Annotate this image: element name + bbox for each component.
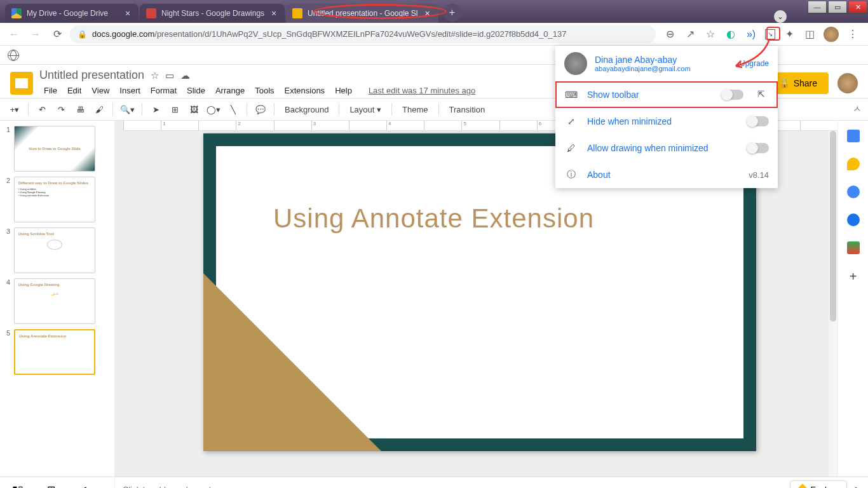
extension-sound-icon[interactable]: ») [745,28,757,41]
slide-thumbnail-2[interactable]: Different way to Draw in Google Slides• … [14,177,95,222]
allow-drawing-row[interactable]: 🖊 Allow drawing when minimized [555,135,778,161]
tab-search-button[interactable]: ⌄ [774,10,787,23]
bookmark-globe-icon[interactable] [8,50,19,61]
document-title[interactable]: Untitled presentation [39,69,144,82]
contacts-icon[interactable] [847,214,860,226]
textbox-button[interactable]: ⊞ [166,101,183,118]
menu-file[interactable]: File [39,83,62,98]
tab-slides[interactable]: Untitled presentation - Google Sl × [286,4,438,23]
window-maximize-button[interactable]: ▭ [828,1,847,13]
tab-close-icon[interactable]: × [423,9,432,18]
window-minimize-button[interactable]: — [808,1,827,13]
slide-thumbnail-4[interactable]: Using Google Drawing🌙☁️ [14,278,95,324]
paint-format-button[interactable]: 🖌 [91,101,107,118]
zoom-icon[interactable]: ⊖ [663,28,676,41]
extension-annotate-icon[interactable]: ↘ [765,29,775,39]
lock-icon: 🔒 [78,30,87,39]
shape-button[interactable]: ◯▾ [205,101,222,118]
speaker-notes-input[interactable]: Click to add speaker notes [114,477,782,488]
side-panel-icon[interactable]: ◫ [803,28,816,41]
menu-arrange[interactable]: Arrange [211,83,249,98]
line-button[interactable]: ╲ [225,101,241,118]
allow-drawing-toggle[interactable] [747,143,769,153]
browser-tab-strip: My Drive - Google Drive × Night Stars - … [0,0,868,23]
show-toolbar-toggle[interactable] [722,90,743,100]
extension-popup: Dina jane Abay-abay abayabaydinajane@gma… [555,46,778,188]
show-side-panel-button[interactable]: > [855,484,860,489]
share-page-icon[interactable]: ↗ [684,28,696,41]
menu-tools[interactable]: Tools [250,83,278,98]
transition-button[interactable]: Transition [444,105,491,114]
slide-thumbnails-panel: 1 How to Draw in Google Slide 2 Differen… [0,121,114,477]
move-folder-icon[interactable]: ▭ [165,70,174,81]
show-toolbar-row[interactable]: ⌨ Show toolbar ⇱ [555,81,778,108]
upgrade-link[interactable]: Upgrade [740,59,769,68]
theme-button[interactable]: Theme [397,105,433,114]
profile-avatar[interactable] [824,27,839,42]
hide-minimized-row[interactable]: ⤢ Hide when minimized [555,108,778,135]
print-button[interactable]: 🖶 [72,101,88,118]
grid-view-button[interactable]: ⊞ [42,484,60,489]
redo-button[interactable]: ↷ [53,101,69,118]
image-button[interactable]: 🖼 [186,101,202,118]
forward-button[interactable]: → [27,25,44,43]
window-close-button[interactable]: ✕ [848,1,867,13]
hide-minimized-toggle[interactable] [747,116,769,126]
add-addon-button[interactable]: + [850,269,857,284]
undo-button[interactable]: ↶ [34,101,50,118]
maps-icon[interactable] [847,241,860,254]
calendar-icon[interactable] [847,130,860,142]
pen-icon: 🖊 [564,141,578,155]
account-avatar[interactable] [837,73,858,93]
vertical-scrollbar[interactable] [829,131,837,477]
background-button[interactable]: Background [280,105,334,114]
filmstrip-view-button[interactable]: ▮▯ [9,484,27,489]
new-tab-button[interactable]: + [444,4,461,22]
browser-toolbar: ← → ⟳ 🔒 docs.google.com/presentation/d/1… [0,23,868,46]
tab-close-icon[interactable]: × [269,9,278,18]
comment-button[interactable]: 💬 [252,101,269,118]
slide-thumbnail-3[interactable]: Using Scribble Tool [14,227,95,273]
back-button[interactable]: ← [5,25,23,43]
collapse-panel-button[interactable]: < [75,484,93,489]
tab-title: Night Stars - Google Drawings [161,9,264,18]
new-slide-button[interactable]: +▾ [6,101,23,118]
menu-slide[interactable]: Slide [182,83,210,98]
explore-button[interactable]: Explore [790,480,847,488]
menu-extensions[interactable]: Extensions [280,83,330,98]
extension-grammarly-icon[interactable]: ◐ [724,28,737,41]
hide-minimized-label: Hide when minimized [587,116,738,126]
tab-drawings[interactable]: Night Stars - Google Drawings × [140,4,285,23]
about-row[interactable]: ⓘ About v8.14 [555,161,778,188]
tasks-icon[interactable] [847,186,860,198]
keep-icon[interactable] [847,158,860,170]
slide-title-text[interactable]: Using Annotate Extension [273,203,594,234]
menu-edit[interactable]: Edit [63,83,86,98]
slide-thumbnail-5[interactable]: Using Annotate Extension [14,329,95,375]
cloud-status-icon[interactable]: ☁ [180,70,190,81]
select-tool-button[interactable]: ➤ [147,101,164,118]
zoom-button[interactable]: 🔍▾ [118,101,137,118]
menu-help[interactable]: Help [330,83,356,98]
star-icon[interactable]: ☆ [151,70,159,81]
thumb-number: 2 [4,177,10,222]
menu-format[interactable]: Format [146,83,181,98]
side-panel-rail: + [837,121,868,477]
minimize-arrows-icon: ⤢ [564,114,578,128]
extensions-puzzle-icon[interactable]: ✦ [783,28,796,41]
reload-button[interactable]: ⟳ [48,25,66,43]
notes-bar: ▮▯ ⊞ < Click to add speaker notes Explor… [0,477,868,488]
popout-icon[interactable]: ⇱ [757,89,769,100]
slides-logo-icon[interactable] [10,72,33,95]
tab-close-icon[interactable]: × [123,9,132,18]
menu-insert[interactable]: Insert [115,83,145,98]
address-bar[interactable]: 🔒 docs.google.com/presentation/d/1UhAwPq… [70,25,656,43]
last-edit-link[interactable]: Last edit was 17 minutes ago [364,83,480,98]
slide-thumbnail-1[interactable]: How to Draw in Google Slide [14,126,95,172]
bookmark-star-icon[interactable]: ☆ [704,28,717,41]
layout-button[interactable]: Layout ▾ [344,105,386,114]
tab-drive[interactable]: My Drive - Google Drive × [5,4,139,23]
chrome-menu-icon[interactable]: ⋮ [846,28,859,41]
menu-view[interactable]: View [87,83,114,98]
collapse-toolbar-button[interactable]: ㅅ [853,104,862,115]
